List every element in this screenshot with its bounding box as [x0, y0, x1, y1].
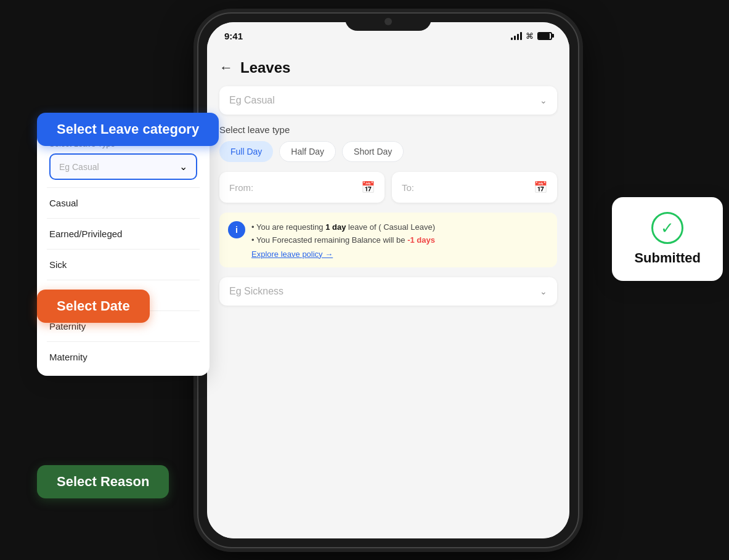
- back-button[interactable]: ←: [219, 60, 233, 76]
- panel-dropdown[interactable]: Eg Casual ⌄: [49, 153, 197, 180]
- leave-type-buttons: Full Day Half Day Short Day: [219, 141, 557, 162]
- explore-link[interactable]: Explore leave policy →: [251, 250, 435, 259]
- date-row: From: 📅 To: 📅: [219, 172, 557, 203]
- leave-type-label: Select leave type: [219, 124, 557, 135]
- leave-category-placeholder: Eg Casual: [229, 95, 275, 106]
- panel-dropdown-arrow: ⌄: [179, 161, 187, 172]
- leave-type-section: Select leave type Full Day Half Day Shor…: [219, 124, 557, 162]
- reason-placeholder: Eg Sickness: [229, 286, 283, 297]
- panel-divider: [47, 280, 200, 280]
- status-icons: ⌘: [511, 31, 552, 41]
- to-calendar-icon: 📅: [534, 181, 547, 194]
- app-content: ← Leaves Eg Casual ⌄ Select leave type F…: [207, 49, 569, 538]
- phone-shell: 9:41 ⌘ ← Leaves: [197, 12, 579, 548]
- from-date-field[interactable]: From: 📅: [219, 172, 385, 203]
- to-date-field[interactable]: To: 📅: [392, 172, 557, 203]
- from-calendar-icon: 📅: [361, 181, 375, 194]
- list-item[interactable]: Maternity: [37, 344, 210, 370]
- reason-arrow-icon: ⌄: [540, 286, 547, 296]
- reason-dropdown[interactable]: Eg Sickness ⌄: [219, 277, 557, 306]
- tooltip-select-reason: Select Reason: [37, 465, 169, 498]
- info-icon: i: [228, 221, 245, 238]
- info-box: i • You are requesting 1 day leave of ( …: [219, 213, 557, 267]
- list-item[interactable]: Casual: [37, 190, 210, 216]
- submitted-label: Submitted: [634, 250, 701, 266]
- short-day-button[interactable]: Short Day: [342, 141, 404, 162]
- panel-divider: [47, 218, 200, 219]
- app-header: ← Leaves: [207, 49, 569, 86]
- submitted-check-icon: ✓: [651, 212, 683, 244]
- phone-notch: [345, 14, 431, 31]
- page-title: Leaves: [240, 59, 290, 76]
- panel-dropdown-placeholder: Eg Casual: [59, 162, 99, 172]
- tooltip-select-date: Select Date: [37, 290, 150, 323]
- panel-divider: [47, 341, 200, 342]
- panel-divider: [47, 187, 200, 188]
- list-item[interactable]: Earned/Privileged: [37, 221, 210, 246]
- wifi-icon: ⌘: [526, 31, 534, 41]
- submitted-card: ✓ Submitted: [612, 197, 723, 281]
- status-time: 9:41: [224, 31, 243, 41]
- from-placeholder: From:: [229, 182, 253, 193]
- info-line1: • You are requesting 1 day leave of ( Ca…: [251, 221, 435, 234]
- battery-icon: [537, 32, 552, 40]
- info-content: • You are requesting 1 day leave of ( Ca…: [251, 221, 435, 259]
- phone-screen: 9:41 ⌘ ← Leaves: [207, 22, 569, 538]
- panel-divider: [47, 249, 200, 250]
- form-section: Eg Casual ⌄ Select leave type Full Day H…: [207, 86, 569, 267]
- signal-icon: [511, 31, 522, 40]
- half-day-button[interactable]: Half Day: [279, 141, 336, 162]
- tooltip-leave-category: Select Leave category: [37, 113, 219, 146]
- reason-section: Eg Sickness ⌄: [207, 277, 569, 306]
- info-line2: • You Forecasted remaining Balance will …: [251, 234, 435, 247]
- dropdown-arrow-icon: ⌄: [540, 95, 547, 105]
- full-day-button[interactable]: Full Day: [219, 141, 273, 162]
- to-placeholder: To:: [402, 182, 414, 193]
- leave-type-panel: Select Leave Type Eg Casual ⌄ Casual Ear…: [37, 129, 210, 376]
- list-item[interactable]: Sick: [37, 252, 210, 277]
- phone-camera: [385, 18, 392, 25]
- leave-category-dropdown[interactable]: Eg Casual ⌄: [219, 86, 557, 115]
